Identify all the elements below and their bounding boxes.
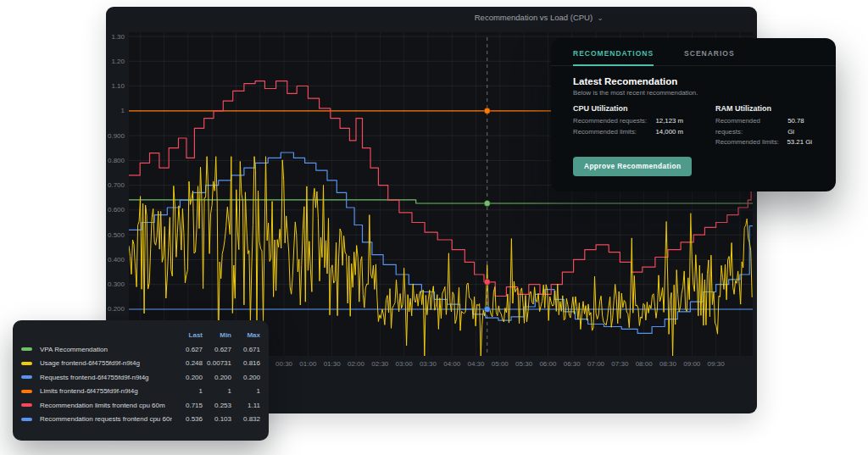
row-value: 53.21 Gi — [787, 137, 812, 148]
ram-recommended-limits-row: Recommended limits: 53.21 Gi — [715, 137, 812, 148]
series-last: 0.248 — [172, 359, 203, 367]
series-max: 0.832 — [231, 415, 260, 423]
approve-recommendation-button[interactable]: Approve Recommendation — [573, 157, 692, 176]
row-label: Recommended limits: — [715, 137, 779, 148]
series-color-swatch — [21, 418, 32, 421]
series-label: Limits frontend-6f4755fd9f-n9t4g — [40, 387, 172, 395]
row-label: Recommended requests: — [573, 116, 647, 127]
svg-text:04:00: 04:00 — [443, 360, 461, 368]
svg-text:05:00: 05:00 — [492, 360, 509, 368]
card-heading: Latest Recomendation — [573, 76, 814, 86]
tab-scenarios[interactable]: SCENARIOS — [684, 49, 735, 65]
svg-text:0.300: 0.300 — [108, 280, 125, 288]
series-min: 0.200 — [203, 374, 231, 381]
row-value: 12,123 m — [655, 116, 683, 127]
svg-text:04:30: 04:30 — [468, 360, 486, 368]
legend-row[interactable]: Limits frontend-6f4755fd9f-n9t4g111 — [13, 385, 269, 399]
svg-text:09:30: 09:30 — [708, 360, 726, 368]
svg-text:03:00: 03:00 — [396, 360, 414, 368]
series-max: 1 — [231, 387, 260, 395]
series-label: VPA Recommendation — [40, 346, 172, 353]
series-max: 0.671 — [231, 346, 260, 353]
ram-utilization-section: RAM Utilization Recommended requests: 50… — [715, 104, 812, 148]
legend-header: Last Min Max — [13, 328, 269, 342]
series-label: Usage frontend-6f4755fd9f-n9t4g — [40, 359, 172, 367]
row-label: Recommended requests: — [715, 116, 787, 137]
svg-text:06:30: 06:30 — [564, 360, 581, 368]
crosshair-marker-requests — [484, 306, 490, 312]
legend-col-max[interactable]: Max — [231, 331, 260, 339]
series-max: 0.816 — [231, 359, 260, 367]
panel-title: Recommendation vs Load (CPU) — [475, 13, 593, 22]
svg-text:1: 1 — [121, 107, 125, 114]
series-last: 0.715 — [172, 402, 203, 409]
svg-text:1.30: 1.30 — [111, 33, 125, 41]
cpu-recommended-requests-row: Recommended requests: 12,123 m — [573, 116, 683, 127]
svg-text:05:30: 05:30 — [515, 360, 533, 368]
series-max: 1.11 — [231, 402, 260, 409]
tab-bar: RECOMENDATIONS SCENARIOS — [551, 38, 836, 66]
svg-text:07:00: 07:00 — [587, 360, 605, 368]
legend-row[interactable]: Recommendation requests frontend cpu 60m… — [13, 413, 269, 427]
series-min: 0.627 — [203, 346, 231, 353]
svg-text:0.700: 0.700 — [108, 181, 125, 189]
svg-text:0.200: 0.200 — [108, 305, 125, 313]
series-color-swatch — [21, 403, 32, 407]
series-color-swatch — [21, 362, 32, 365]
svg-text:03:30: 03:30 — [420, 360, 437, 368]
cpu-utilization-section: CPU Utilization Recommended requests: 12… — [573, 104, 683, 148]
series-color-swatch — [21, 347, 32, 351]
svg-text:1.20: 1.20 — [111, 58, 125, 65]
series-min: 0.103 — [203, 415, 231, 423]
chevron-down-icon: ⌄ — [597, 14, 604, 21]
utilization-columns: CPU Utilization Recommended requests: 12… — [573, 104, 814, 148]
row-label: Recommended limits: — [573, 127, 637, 138]
card-body: Latest Recomendation Below is the most r… — [551, 66, 836, 176]
crosshair-marker-vpa — [484, 200, 490, 206]
series-min: 0.253 — [203, 402, 231, 409]
legend-row[interactable]: Recommendation limits frontend cpu 60m0.… — [13, 398, 269, 413]
svg-text:1.10: 1.10 — [111, 82, 125, 90]
svg-text:02:30: 02:30 — [371, 360, 389, 368]
series-label: Requests frontend-6f4755fd9f-n9t4g — [40, 374, 172, 381]
ram-recommended-requests-row: Recommended requests: 50.78 Gi — [715, 116, 812, 137]
svg-text:0.900: 0.900 — [108, 132, 125, 140]
series-last: 0.536 — [172, 415, 203, 423]
legend-col-min[interactable]: Min — [203, 331, 231, 339]
legend-col-last[interactable]: Last — [172, 331, 203, 339]
series-max: 0.200 — [231, 374, 260, 381]
cpu-recommended-limits-row: Recommended limits: 14,000 m — [573, 127, 683, 138]
panel-title-dropdown[interactable]: Recommendation vs Load (CPU) ⌄ — [475, 13, 604, 22]
series-last: 0.200 — [172, 374, 203, 381]
svg-text:09:00: 09:00 — [683, 360, 701, 368]
legend-panel: Last Min Max VPA Recommendation0.6270.62… — [13, 320, 269, 441]
svg-text:0.800: 0.800 — [108, 157, 125, 164]
screenshot-canvas: Recommendation vs Load (CPU) ⌄ 1.301.201… — [0, 0, 868, 455]
svg-text:02:00: 02:00 — [348, 360, 365, 368]
recommendation-card: RECOMENDATIONS SCENARIOS Latest Recomend… — [551, 38, 836, 191]
svg-text:06:00: 06:00 — [539, 360, 557, 368]
crosshair-marker-rec_limits — [484, 279, 490, 285]
svg-text:08:30: 08:30 — [659, 360, 677, 368]
legend-row[interactable]: Usage frontend-6f4755fd9f-n9t4g0.2480.00… — [13, 357, 269, 371]
svg-text:08:00: 08:00 — [636, 360, 654, 368]
ram-utilization-title: RAM Utilization — [715, 104, 812, 113]
legend-row[interactable]: Requests frontend-6f4755fd9f-n9t4g0.2000… — [13, 370, 269, 385]
series-label: Recommendation requests frontend cpu 60m — [40, 415, 172, 423]
tab-recommendations[interactable]: RECOMENDATIONS — [573, 49, 654, 66]
legend-rows: VPA Recommendation0.6270.6270.671Usage f… — [13, 342, 269, 426]
series-color-swatch — [21, 375, 32, 379]
row-value: 50.78 Gi — [787, 116, 812, 137]
svg-text:0.500: 0.500 — [108, 231, 125, 239]
svg-text:0.400: 0.400 — [108, 256, 125, 264]
crosshair-marker-limits — [484, 108, 490, 114]
series-min: 0.00731 — [203, 359, 231, 367]
svg-text:07:30: 07:30 — [611, 360, 629, 368]
cpu-utilization-title: CPU Utilization — [573, 104, 683, 113]
series-label: Recommendation limits frontend cpu 60m — [40, 402, 172, 409]
card-subheading: Below is the most recent recommendation. — [573, 89, 814, 97]
legend-row[interactable]: VPA Recommendation0.6270.6270.671 — [13, 342, 269, 357]
svg-text:01:30: 01:30 — [324, 360, 342, 368]
svg-text:0.600: 0.600 — [108, 206, 125, 214]
row-value: 14,000 m — [655, 127, 683, 138]
